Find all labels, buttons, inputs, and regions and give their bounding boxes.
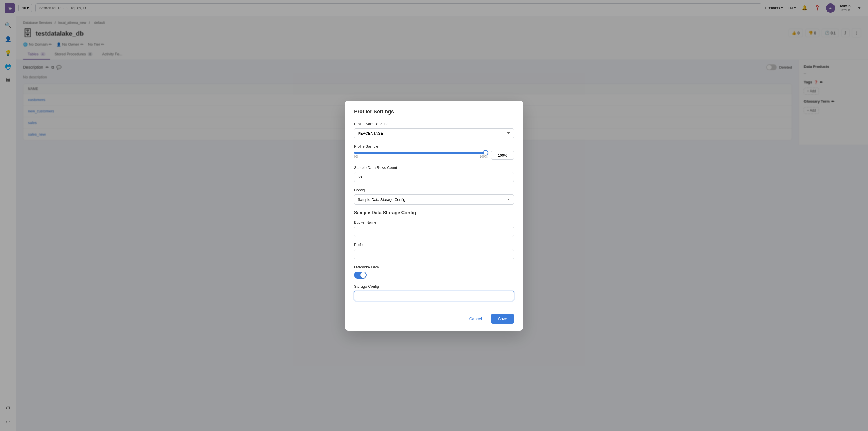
overwrite-data-toggle[interactable] [354, 272, 367, 278]
storage-config-label: Storage Config [354, 284, 514, 289]
modal-title: Profiler Settings [354, 109, 514, 115]
config-label: Config [354, 188, 514, 192]
bucket-name-input[interactable] [354, 227, 514, 237]
slider-row: 0% 100% [354, 151, 514, 160]
slider-track [354, 152, 488, 154]
slider-max-label: 100% [479, 155, 488, 158]
storage-config-section: Sample Data Storage Config Bucket Name P… [354, 210, 514, 301]
prefix-label: Prefix [354, 242, 514, 247]
storage-config-title: Sample Data Storage Config [354, 210, 514, 216]
config-select[interactable]: Sample Data Storage Config [354, 195, 514, 205]
slider-wrapper: 0% 100% [354, 152, 488, 158]
slider-fill [354, 152, 488, 154]
config-group: Config Sample Data Storage Config [354, 188, 514, 205]
modal-footer: Cancel Save [354, 309, 514, 324]
slider-labels: 0% 100% [354, 155, 488, 158]
bucket-name-group: Bucket Name [354, 220, 514, 237]
slider-value-input[interactable] [491, 151, 514, 160]
slider-thumb[interactable] [483, 150, 488, 155]
profile-sample-value-label: Profile Sample Value [354, 122, 514, 126]
profiler-settings-modal: Profiler Settings Profile Sample Value P… [345, 101, 523, 331]
storage-config-group: Storage Config [354, 284, 514, 301]
storage-config-input[interactable] [354, 291, 514, 301]
sample-data-rows-label: Sample Data Rows Count [354, 165, 514, 170]
toggle-row [354, 272, 514, 278]
profile-sample-value-select[interactable]: PERCENTAGE [354, 128, 514, 138]
prefix-group: Prefix [354, 242, 514, 259]
overwrite-data-group: Overwrite Data [354, 265, 514, 278]
slider-min-label: 0% [354, 155, 359, 158]
overwrite-data-label: Overwrite Data [354, 265, 514, 269]
prefix-input[interactable] [354, 249, 514, 259]
cancel-button[interactable]: Cancel [463, 314, 488, 324]
profile-sample-label: Profile Sample [354, 144, 514, 148]
bucket-name-label: Bucket Name [354, 220, 514, 224]
save-button[interactable]: Save [491, 314, 514, 324]
profile-sample-value-group: Profile Sample Value PERCENTAGE [354, 122, 514, 138]
modal-overlay[interactable]: Profiler Settings Profile Sample Value P… [0, 0, 868, 431]
profile-sample-group: Profile Sample 0% 100% [354, 144, 514, 160]
sample-data-rows-group: Sample Data Rows Count [354, 165, 514, 182]
sample-data-rows-input[interactable] [354, 172, 514, 182]
